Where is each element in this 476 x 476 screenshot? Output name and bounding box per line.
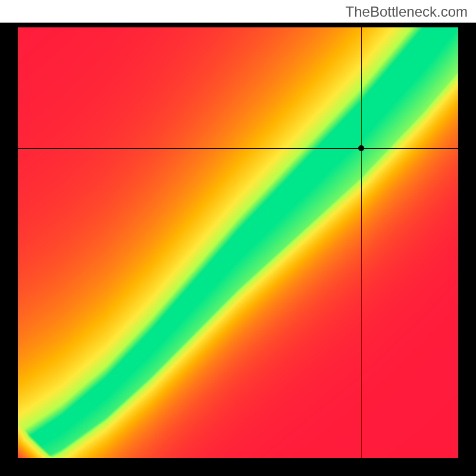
heatmap-plot xyxy=(18,27,458,458)
marker-dot xyxy=(358,145,364,151)
crosshair-vertical xyxy=(361,27,362,458)
heatmap-canvas xyxy=(18,27,458,458)
crosshair-horizontal xyxy=(18,148,458,149)
watermark-text: TheBottleneck.com xyxy=(346,4,468,20)
chart-frame xyxy=(0,23,476,476)
